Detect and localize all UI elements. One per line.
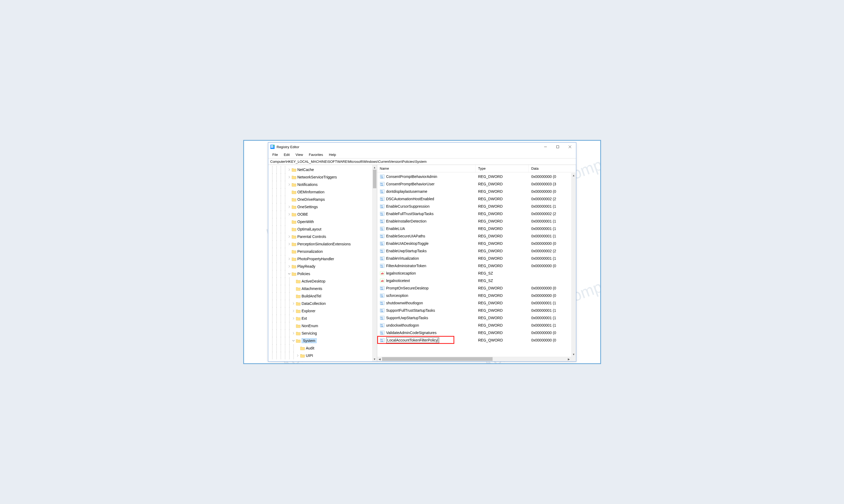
value-row[interactable]: 011110ConsentPromptBehaviorAdminREG_DWOR… [377,173,576,180]
tree-item[interactable]: NonEnum [268,322,372,329]
value-row[interactable]: 011110scforceoptionREG_DWORD0x00000000 (… [377,292,576,299]
scroll-down-icon[interactable]: ▼ [571,352,576,357]
value-row[interactable]: ablegalnoticetextREG_SZ [377,277,576,284]
menu-help[interactable]: Help [326,151,339,158]
value-row[interactable]: 011110PromptOnSecureDesktopREG_DWORD0x00… [377,284,576,292]
scroll-up-icon[interactable]: ▲ [373,165,377,170]
tree-item[interactable]: Parental Controls [268,233,372,240]
tree-item[interactable]: Explorer [268,307,372,315]
expander-icon[interactable] [287,205,291,209]
tree-item[interactable]: PerceptionSimulationExtensions [268,240,372,248]
expander-icon[interactable] [292,331,295,335]
titlebar[interactable]: Registry Editor [268,143,576,151]
tree-item[interactable]: OpenWith [268,218,372,226]
expander-icon[interactable] [287,250,291,253]
tree-item[interactable]: Attachments [268,285,372,292]
tree-item[interactable]: Personalization [268,248,372,255]
value-row[interactable]: 011110EnableInstallerDetectionREG_DWORD0… [377,217,576,225]
column-data[interactable]: Data [529,165,576,172]
tree-item[interactable]: Notifications [268,181,372,188]
tree-scrollbar[interactable]: ▲ ▼ [372,165,377,361]
scroll-down-icon[interactable]: ▼ [373,357,377,361]
expander-icon[interactable] [287,183,291,186]
rename-input[interactable]: LocalAccountTokenFilterPolicy [386,337,440,343]
expander-icon[interactable] [292,317,295,320]
value-row[interactable]: 011110undockwithoutlogonREG_DWORD0x00000… [377,322,576,329]
value-row[interactable]: 011110EnableSecureUIAPathsREG_DWORD0x000… [377,232,576,240]
expander-icon[interactable] [287,213,291,216]
close-button[interactable] [564,143,576,151]
value-row[interactable]: 011110ConsentPromptBehaviorUserREG_DWORD… [377,180,576,188]
expander-icon[interactable] [287,198,291,201]
tree-item[interactable]: BuildAndTel [268,292,372,300]
tree-item[interactable]: NetworkServiceTriggers [268,174,372,181]
menu-edit[interactable]: Edit [281,151,292,158]
value-row[interactable]: 011110EnableVirtualizationREG_DWORD0x000… [377,255,576,262]
expander-icon[interactable] [287,272,291,276]
tree-item[interactable]: UIPI [268,352,372,359]
expander-icon[interactable] [287,265,291,268]
menu-file[interactable]: File [270,151,281,158]
value-row[interactable]: 011110FilterAdministratorTokenREG_DWORD0… [377,262,576,270]
value-row[interactable]: 011110SupportUwpStartupTasksREG_DWORD0x0… [377,314,576,322]
menu-favorites[interactable]: Favorites [306,151,326,158]
expander-icon[interactable] [287,190,291,194]
value-row[interactable]: 011110SupportFullTrustStartupTasksREG_DW… [377,307,576,314]
column-type[interactable]: Type [476,165,529,172]
expander-icon[interactable] [287,220,291,223]
expander-icon[interactable] [292,280,295,283]
expander-icon[interactable] [292,302,295,305]
expander-icon[interactable] [292,339,295,343]
scroll-right-icon[interactable]: ▶ [567,358,571,361]
expander-icon[interactable] [287,257,291,261]
value-row[interactable]: 011110dontdisplaylastusernameREG_DWORD0x… [377,188,576,195]
minimize-button[interactable] [539,143,552,151]
expander-icon[interactable] [287,235,291,238]
tree-item[interactable]: System [268,337,372,344]
value-row[interactable]: 011110DSCAutomationHostEnabledREG_DWORD0… [377,195,576,203]
list-hscrollbar[interactable]: ◀ ▶ [377,357,571,361]
tree-item[interactable]: OEMInformation [268,188,372,196]
tree-item[interactable]: ActiveDesktop [268,277,372,285]
tree-item[interactable]: OneSettings [268,203,372,211]
expander-icon[interactable] [287,242,291,246]
value-row[interactable]: 011110LocalAccountTokenFilterPolicyREG_Q… [377,337,576,344]
scrollbar-thumb[interactable] [373,170,376,188]
address-bar[interactable]: Computer\HKEY_LOCAL_MACHINE\SOFTWARE\Mic… [268,159,576,165]
list-view[interactable]: 011110ConsentPromptBehaviorAdminREG_DWOR… [377,172,576,361]
tree-item[interactable]: OOBE [268,211,372,218]
tree-item[interactable]: OneDriveRamps [268,196,372,203]
scroll-up-icon[interactable]: ▲ [571,173,576,178]
list-vscrollbar[interactable]: ▲ ▼ [571,173,576,361]
expander-icon[interactable] [292,309,295,313]
tree-item[interactable]: PhotoPropertyHandler [268,255,372,263]
value-row[interactable]: 011110shutdownwithoutlogonREG_DWORD0x000… [377,299,576,307]
tree-item[interactable]: Servicing [268,329,372,337]
tree-item[interactable]: Policies [268,270,372,277]
expander-icon[interactable] [287,168,291,172]
tree-item[interactable]: PlayReady [268,263,372,270]
expander-icon[interactable] [296,346,299,350]
expander-icon[interactable] [287,227,291,231]
tree-item[interactable]: NetCache [268,166,372,174]
expander-icon[interactable] [292,324,295,328]
value-row[interactable]: 011110ValidateAdminCodeSignaturesREG_DWO… [377,329,576,337]
tree-item[interactable]: DataCollection [268,300,372,307]
menu-view[interactable]: View [293,151,306,158]
column-name[interactable]: Name [377,165,476,172]
value-row[interactable]: 011110EnableUIADesktopToggleREG_DWORD0x0… [377,240,576,247]
maximize-button[interactable] [552,143,564,151]
expander-icon[interactable] [292,287,295,290]
tree-item[interactable]: Audit [268,344,372,352]
value-row[interactable]: 011110EnableFullTrustStartupTasksREG_DWO… [377,210,576,217]
tree-item[interactable]: OptimalLayout [268,226,372,233]
expander-icon[interactable] [287,175,291,179]
scrollbar-thumb[interactable] [382,357,493,361]
expander-icon[interactable] [296,354,299,357]
tree-item[interactable]: Ext [268,315,372,322]
tree-view[interactable]: NetCacheNetworkServiceTriggersNotificati… [268,165,372,361]
expander-icon[interactable] [292,294,295,298]
scroll-left-icon[interactable]: ◀ [377,358,382,361]
value-row[interactable]: 011110EnableLUAREG_DWORD0x00000001 (1 [377,225,576,232]
value-row[interactable]: 011110EnableCursorSuppressionREG_DWORD0x… [377,203,576,210]
